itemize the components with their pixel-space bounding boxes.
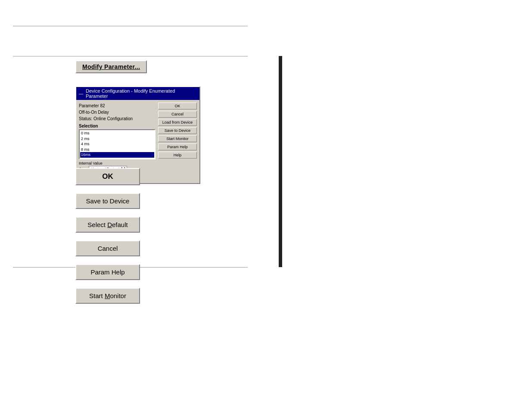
- main-buttons-area: OK Save to Device Select Default Cancel …: [75, 168, 140, 304]
- main-start-monitor-button[interactable]: Start Monitor: [75, 288, 140, 304]
- list-item-4ms[interactable]: 4 ms: [80, 141, 154, 147]
- dialog-start-monitor-button[interactable]: Start Monitor: [158, 135, 197, 142]
- dialog-right-panel: OK Cancel Load from Device Save to Devic…: [158, 103, 197, 181]
- dialog-save-to-device-button[interactable]: Save to Device: [158, 127, 197, 134]
- list-item-2ms[interactable]: 2 ms: [80, 136, 154, 142]
- off-on-delay-label: Off-to-On Delay: [79, 109, 156, 115]
- modify-parameter-button[interactable]: Modify Parameter...: [75, 60, 147, 73]
- dialog-titlebar-dash: —: [79, 91, 83, 96]
- status-label: Status: Online Configuration: [79, 115, 156, 122]
- main-ok-button[interactable]: OK: [75, 168, 140, 185]
- dialog-param-help-button[interactable]: Param Help: [158, 143, 197, 150]
- start-monitor-label: Start Monitor: [89, 292, 126, 299]
- horizontal-rule-top2: [13, 56, 248, 56]
- main-cancel-button[interactable]: Cancel: [75, 240, 140, 256]
- main-param-help-button[interactable]: Param Help: [75, 264, 140, 280]
- horizontal-rule-top: [13, 26, 248, 26]
- dialog-titlebar: — Device Configuration - Modify Enumerat…: [76, 87, 199, 100]
- dialog-ok-button[interactable]: OK: [158, 103, 197, 109]
- modify-parameter-area: Modify Parameter...: [75, 60, 147, 73]
- save-to-device-label: Save to Device: [86, 197, 130, 205]
- parameter-label: Parameter 82: [79, 103, 156, 109]
- main-save-to-device-button[interactable]: Save to Device: [75, 193, 140, 209]
- selection-label: Selection: [79, 124, 156, 128]
- dialog-title: Device Configuration - Modify Enumerated…: [86, 88, 197, 99]
- dialog-info: Parameter 82 Off-to-On Delay Status: Onl…: [79, 103, 156, 122]
- list-item-8ms[interactable]: 8 ms: [80, 147, 154, 153]
- select-default-label: Select Default: [87, 221, 128, 228]
- dialog-cancel-button[interactable]: Cancel: [158, 111, 197, 118]
- list-item-0ms[interactable]: 0 ms: [80, 131, 154, 136]
- selection-listbox[interactable]: 0 ms 2 ms 4 ms 8 ms 16ms: [79, 129, 156, 159]
- internal-value-label: Internal Value: [79, 161, 156, 165]
- dialog-load-from-device-button[interactable]: Load from Device: [158, 119, 197, 126]
- main-select-default-button[interactable]: Select Default: [75, 217, 140, 233]
- list-item-16ms[interactable]: 16ms: [80, 152, 154, 158]
- vertical-bar: [279, 56, 282, 267]
- dialog-help-button[interactable]: Help: [158, 152, 197, 159]
